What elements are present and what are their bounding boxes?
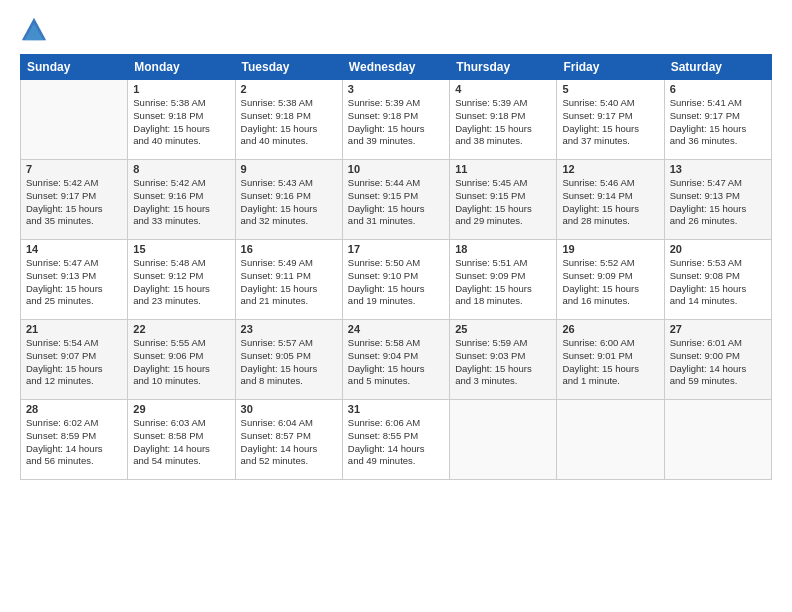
day-number: 25 [455, 323, 551, 335]
calendar-day-cell: 15Sunrise: 5:48 AM Sunset: 9:12 PM Dayli… [128, 240, 235, 320]
day-info: Sunrise: 5:43 AM Sunset: 9:16 PM Dayligh… [241, 177, 337, 228]
calendar-day-cell [664, 400, 771, 480]
calendar-day-cell: 16Sunrise: 5:49 AM Sunset: 9:11 PM Dayli… [235, 240, 342, 320]
calendar-header-tuesday: Tuesday [235, 55, 342, 80]
calendar-week-row: 1Sunrise: 5:38 AM Sunset: 9:18 PM Daylig… [21, 80, 772, 160]
day-info: Sunrise: 5:40 AM Sunset: 9:17 PM Dayligh… [562, 97, 658, 148]
day-info: Sunrise: 5:57 AM Sunset: 9:05 PM Dayligh… [241, 337, 337, 388]
calendar-day-cell: 23Sunrise: 5:57 AM Sunset: 9:05 PM Dayli… [235, 320, 342, 400]
day-number: 24 [348, 323, 444, 335]
day-number: 19 [562, 243, 658, 255]
day-info: Sunrise: 6:01 AM Sunset: 9:00 PM Dayligh… [670, 337, 766, 388]
day-number: 6 [670, 83, 766, 95]
calendar-day-cell: 13Sunrise: 5:47 AM Sunset: 9:13 PM Dayli… [664, 160, 771, 240]
calendar-day-cell: 6Sunrise: 5:41 AM Sunset: 9:17 PM Daylig… [664, 80, 771, 160]
calendar-day-cell: 21Sunrise: 5:54 AM Sunset: 9:07 PM Dayli… [21, 320, 128, 400]
logo-icon [20, 16, 48, 44]
day-info: Sunrise: 5:41 AM Sunset: 9:17 PM Dayligh… [670, 97, 766, 148]
logo [20, 16, 52, 44]
day-number: 18 [455, 243, 551, 255]
day-number: 5 [562, 83, 658, 95]
calendar-day-cell: 2Sunrise: 5:38 AM Sunset: 9:18 PM Daylig… [235, 80, 342, 160]
day-number: 20 [670, 243, 766, 255]
day-info: Sunrise: 6:06 AM Sunset: 8:55 PM Dayligh… [348, 417, 444, 468]
day-number: 23 [241, 323, 337, 335]
calendar-day-cell: 12Sunrise: 5:46 AM Sunset: 9:14 PM Dayli… [557, 160, 664, 240]
calendar-day-cell: 5Sunrise: 5:40 AM Sunset: 9:17 PM Daylig… [557, 80, 664, 160]
calendar-day-cell: 20Sunrise: 5:53 AM Sunset: 9:08 PM Dayli… [664, 240, 771, 320]
calendar-day-cell: 3Sunrise: 5:39 AM Sunset: 9:18 PM Daylig… [342, 80, 449, 160]
day-info: Sunrise: 5:58 AM Sunset: 9:04 PM Dayligh… [348, 337, 444, 388]
day-info: Sunrise: 5:45 AM Sunset: 9:15 PM Dayligh… [455, 177, 551, 228]
day-info: Sunrise: 6:02 AM Sunset: 8:59 PM Dayligh… [26, 417, 122, 468]
calendar-header-row: SundayMondayTuesdayWednesdayThursdayFrid… [21, 55, 772, 80]
calendar-day-cell: 31Sunrise: 6:06 AM Sunset: 8:55 PM Dayli… [342, 400, 449, 480]
day-number: 14 [26, 243, 122, 255]
day-number: 27 [670, 323, 766, 335]
day-info: Sunrise: 6:00 AM Sunset: 9:01 PM Dayligh… [562, 337, 658, 388]
calendar-week-row: 14Sunrise: 5:47 AM Sunset: 9:13 PM Dayli… [21, 240, 772, 320]
day-number: 15 [133, 243, 229, 255]
calendar-day-cell: 18Sunrise: 5:51 AM Sunset: 9:09 PM Dayli… [450, 240, 557, 320]
calendar-header-sunday: Sunday [21, 55, 128, 80]
day-number: 22 [133, 323, 229, 335]
calendar-day-cell: 14Sunrise: 5:47 AM Sunset: 9:13 PM Dayli… [21, 240, 128, 320]
day-info: Sunrise: 5:46 AM Sunset: 9:14 PM Dayligh… [562, 177, 658, 228]
calendar-week-row: 28Sunrise: 6:02 AM Sunset: 8:59 PM Dayli… [21, 400, 772, 480]
day-number: 10 [348, 163, 444, 175]
day-info: Sunrise: 5:49 AM Sunset: 9:11 PM Dayligh… [241, 257, 337, 308]
calendar-day-cell [450, 400, 557, 480]
calendar-day-cell: 30Sunrise: 6:04 AM Sunset: 8:57 PM Dayli… [235, 400, 342, 480]
calendar-header-monday: Monday [128, 55, 235, 80]
day-number: 8 [133, 163, 229, 175]
calendar-header-friday: Friday [557, 55, 664, 80]
calendar-day-cell: 26Sunrise: 6:00 AM Sunset: 9:01 PM Dayli… [557, 320, 664, 400]
day-number: 3 [348, 83, 444, 95]
day-info: Sunrise: 5:47 AM Sunset: 9:13 PM Dayligh… [670, 177, 766, 228]
day-number: 29 [133, 403, 229, 415]
day-number: 13 [670, 163, 766, 175]
calendar-week-row: 21Sunrise: 5:54 AM Sunset: 9:07 PM Dayli… [21, 320, 772, 400]
calendar-day-cell: 29Sunrise: 6:03 AM Sunset: 8:58 PM Dayli… [128, 400, 235, 480]
day-info: Sunrise: 5:47 AM Sunset: 9:13 PM Dayligh… [26, 257, 122, 308]
calendar-day-cell: 1Sunrise: 5:38 AM Sunset: 9:18 PM Daylig… [128, 80, 235, 160]
calendar-day-cell [21, 80, 128, 160]
day-info: Sunrise: 6:03 AM Sunset: 8:58 PM Dayligh… [133, 417, 229, 468]
calendar-day-cell: 28Sunrise: 6:02 AM Sunset: 8:59 PM Dayli… [21, 400, 128, 480]
calendar-day-cell: 11Sunrise: 5:45 AM Sunset: 9:15 PM Dayli… [450, 160, 557, 240]
calendar-day-cell: 25Sunrise: 5:59 AM Sunset: 9:03 PM Dayli… [450, 320, 557, 400]
day-info: Sunrise: 6:04 AM Sunset: 8:57 PM Dayligh… [241, 417, 337, 468]
calendar-header-wednesday: Wednesday [342, 55, 449, 80]
calendar-day-cell: 7Sunrise: 5:42 AM Sunset: 9:17 PM Daylig… [21, 160, 128, 240]
day-info: Sunrise: 5:38 AM Sunset: 9:18 PM Dayligh… [133, 97, 229, 148]
calendar-day-cell [557, 400, 664, 480]
day-number: 16 [241, 243, 337, 255]
day-number: 26 [562, 323, 658, 335]
calendar-header-thursday: Thursday [450, 55, 557, 80]
day-info: Sunrise: 5:59 AM Sunset: 9:03 PM Dayligh… [455, 337, 551, 388]
day-info: Sunrise: 5:44 AM Sunset: 9:15 PM Dayligh… [348, 177, 444, 228]
day-info: Sunrise: 5:54 AM Sunset: 9:07 PM Dayligh… [26, 337, 122, 388]
day-info: Sunrise: 5:42 AM Sunset: 9:16 PM Dayligh… [133, 177, 229, 228]
day-info: Sunrise: 5:53 AM Sunset: 9:08 PM Dayligh… [670, 257, 766, 308]
calendar-day-cell: 10Sunrise: 5:44 AM Sunset: 9:15 PM Dayli… [342, 160, 449, 240]
day-number: 31 [348, 403, 444, 415]
day-number: 17 [348, 243, 444, 255]
calendar-day-cell: 22Sunrise: 5:55 AM Sunset: 9:06 PM Dayli… [128, 320, 235, 400]
day-number: 1 [133, 83, 229, 95]
calendar-day-cell: 8Sunrise: 5:42 AM Sunset: 9:16 PM Daylig… [128, 160, 235, 240]
calendar-day-cell: 24Sunrise: 5:58 AM Sunset: 9:04 PM Dayli… [342, 320, 449, 400]
day-info: Sunrise: 5:39 AM Sunset: 9:18 PM Dayligh… [455, 97, 551, 148]
day-info: Sunrise: 5:50 AM Sunset: 9:10 PM Dayligh… [348, 257, 444, 308]
day-number: 12 [562, 163, 658, 175]
day-number: 7 [26, 163, 122, 175]
day-info: Sunrise: 5:52 AM Sunset: 9:09 PM Dayligh… [562, 257, 658, 308]
calendar-header-saturday: Saturday [664, 55, 771, 80]
calendar-day-cell: 9Sunrise: 5:43 AM Sunset: 9:16 PM Daylig… [235, 160, 342, 240]
day-number: 21 [26, 323, 122, 335]
header [20, 16, 772, 44]
calendar-day-cell: 17Sunrise: 5:50 AM Sunset: 9:10 PM Dayli… [342, 240, 449, 320]
day-number: 2 [241, 83, 337, 95]
day-number: 11 [455, 163, 551, 175]
day-info: Sunrise: 5:55 AM Sunset: 9:06 PM Dayligh… [133, 337, 229, 388]
